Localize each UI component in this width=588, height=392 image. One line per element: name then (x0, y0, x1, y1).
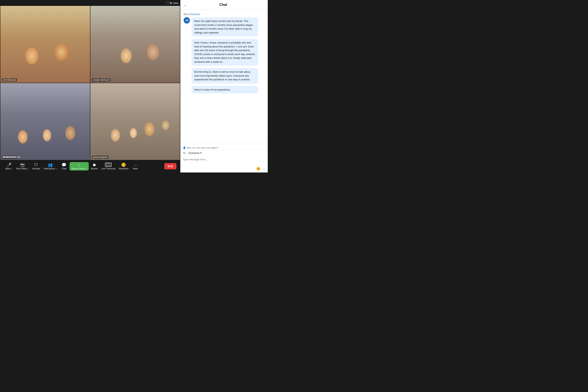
participants-icon: 👥 (48, 163, 53, 167)
record-icon: ⏺ (92, 163, 96, 167)
chat-button[interactable]: 💬 Chat (59, 162, 69, 170)
video-feed-james (90, 83, 180, 160)
message-row-1: JM Meet me (right-hand corner) and my fa… (184, 17, 264, 94)
emoji-button[interactable]: 😊 (256, 166, 260, 171)
who-can-see-text: Who can see your messages? (186, 146, 218, 149)
top-bar: 🛡 ⊞ View (0, 0, 180, 6)
grid-dots-icon: ⊞ (170, 1, 172, 4)
to-line: To: Everyone (183, 150, 266, 156)
bubble-3: But the thing is, there is still so much… (192, 68, 258, 84)
video-feed-mweber (0, 83, 90, 160)
microphone-icon: 🎤 (7, 163, 12, 167)
stop-video-caret-icon: ▲ (27, 168, 29, 170)
share-screen-icon: ↑ (78, 163, 80, 167)
video-feed-jim (0, 6, 90, 83)
security-icon: 🛡 (34, 163, 38, 167)
message-input[interactable] (183, 157, 266, 165)
more-icon: ··· (134, 163, 137, 167)
share-screen-button[interactable]: ↑ Share Screen ▲ (70, 162, 89, 170)
chat-title: Chat (186, 3, 260, 7)
chat-to-line: Me to Everyone (184, 13, 264, 16)
video-cell-james: jamesmcguire (90, 83, 180, 160)
bubbles-col-jm: Meet me (right-hand corner) and my famil… (192, 17, 258, 94)
footer-actions: 😊 ··· (183, 166, 266, 171)
security-button[interactable]: 🛡 Security (31, 162, 42, 170)
chat-collapse-button[interactable]: ⌄ (184, 3, 186, 7)
participant-label-jim: Jim McGuire (2, 78, 17, 82)
stop-video-button[interactable]: 📷 Stop Video ▲ (14, 162, 30, 170)
participant-label-james: jamesmcguire (92, 156, 108, 159)
person-icon: 👤 (183, 146, 186, 149)
chat-footer: 👤 Who can see your messages? To: Everyon… (180, 144, 268, 172)
bubble-4: Here's a story of my experience. (192, 86, 258, 94)
video-area: 🛡 ⊞ View Jim McGuire Jordan McGuire MWEB… (0, 0, 180, 172)
share-screen-caret-icon: ▲ (85, 168, 87, 170)
video-cell-mweber: MWEBER50 (0, 83, 90, 160)
to-everyone-select[interactable]: Everyone (188, 151, 202, 155)
chat-icon: 💬 (62, 163, 66, 167)
video-cell-jordan: Jordan McGuire (90, 6, 180, 83)
toolbar: 🎤 Mute ▲ 📷 Stop Video ▲ 🛡 Security (0, 160, 180, 172)
video-grid: Jim McGuire Jordan McGuire MWEBER50 jame… (0, 6, 180, 160)
camera-icon: 📷 (20, 163, 25, 167)
record-button[interactable]: ⏺ Record (89, 162, 99, 170)
video-feed-jordan (90, 6, 180, 83)
chat-messages: Me to Everyone JM Meet me (right-hand co… (180, 10, 268, 144)
bubble-1: Meet me (right-hand corner) and my famil… (192, 17, 258, 36)
reactions-button[interactable]: 😊 Reactions (117, 162, 130, 170)
video-cell-jim: Jim McGuire (0, 6, 90, 83)
live-transcript-button[interactable]: CC Live Transcript (100, 162, 117, 170)
chat-header: ⌄ Chat (180, 0, 268, 10)
local-user-name: Jordan McGuire (2, 156, 20, 158)
mute-button[interactable]: 🎤 Mute ▲ (4, 162, 14, 170)
reactions-icon: 😊 (121, 163, 126, 167)
to-label: To: (183, 152, 186, 154)
toolbar-left-group: 🎤 Mute ▲ 📷 Stop Video ▲ 🛡 Security (4, 162, 140, 170)
mute-caret-icon: ▲ (11, 168, 12, 170)
avatar-jm: JM (184, 17, 190, 24)
more-options-button[interactable]: ··· (262, 167, 266, 171)
participants-button[interactable]: 👥 Participants ▲ (42, 162, 58, 170)
chat-panel: ⌄ Chat Me to Everyone JM Meet me (right-… (180, 0, 268, 172)
who-can-see-line: 👤 Who can see your messages? (183, 146, 266, 150)
participant-label-jordan: Jordan McGuire (92, 78, 110, 82)
view-button[interactable]: ⊞ View (170, 1, 178, 4)
view-label: View (173, 2, 178, 4)
end-button[interactable]: End (164, 163, 176, 169)
shield-icon: 🛡 (166, 1, 170, 5)
live-transcript-icon: CC (105, 163, 112, 167)
chat-to-everyone: Everyone (190, 13, 200, 16)
chat-to-prefix: Me to (184, 13, 190, 16)
more-button[interactable]: ··· More (130, 162, 140, 170)
participants-caret-icon: ▲ (55, 168, 57, 170)
bubble-2: Now I know, I know, everyone is probably… (192, 39, 258, 66)
